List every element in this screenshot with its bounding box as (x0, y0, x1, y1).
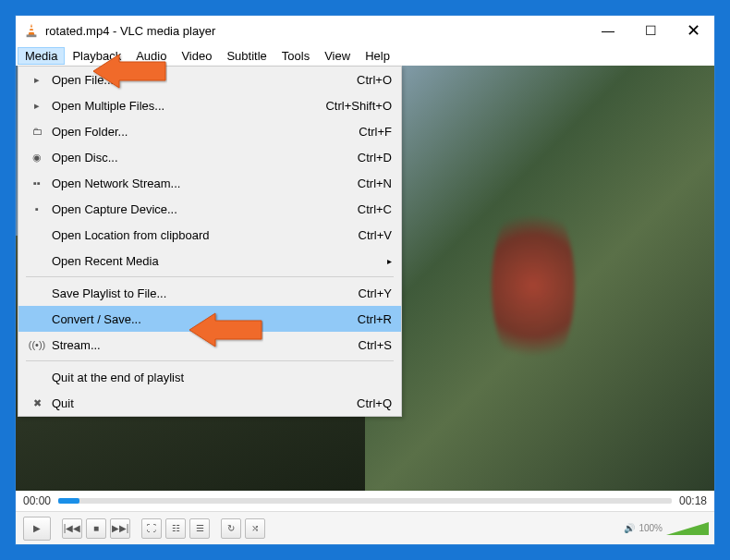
close-button[interactable]: ✕ (672, 16, 714, 45)
stream-icon: ((•)) (26, 339, 48, 350)
menu-item-shortcut: Ctrl+N (358, 177, 392, 190)
vlc-icon (23, 22, 40, 39)
window-title: rotated.mp4 - VLC media player (45, 24, 587, 38)
svg-rect-1 (29, 27, 33, 29)
disc-icon: ◉ (26, 152, 48, 164)
prev-button[interactable]: |◀◀ (62, 518, 82, 539)
menu-item-shortcut: Ctrl+F (359, 125, 392, 139)
svg-marker-4 (93, 55, 165, 88)
playlist-button[interactable]: ☰ (189, 518, 210, 539)
annotation-arrow-1 (93, 49, 167, 93)
menu-item-label: Quit (48, 396, 357, 410)
stop-button[interactable]: ■ (86, 518, 106, 539)
volume-slider[interactable] (666, 522, 709, 535)
app-window: rotated.mp4 - VLC media player — ☐ ✕ Med… (15, 15, 715, 545)
menu-tools[interactable]: Tools (274, 47, 317, 65)
svg-marker-5 (189, 313, 262, 347)
menu-item-open-folder[interactable]: 🗀Open Folder...Ctrl+F (18, 118, 401, 144)
menu-item-open-recent[interactable]: Open Recent Media▸ (18, 248, 401, 274)
title-bar: rotated.mp4 - VLC media player — ☐ ✕ (16, 16, 714, 45)
next-button[interactable]: ▶▶| (110, 518, 130, 539)
loop-button[interactable]: ↻ (221, 518, 241, 539)
folder-icon: 🗀 (26, 126, 48, 137)
minimize-button[interactable]: — (587, 16, 629, 45)
menu-separator (26, 360, 394, 361)
menu-item-label: Open Folder... (48, 125, 359, 139)
menu-item-label: Open Disc... (48, 151, 358, 164)
menu-help[interactable]: Help (358, 47, 397, 65)
time-bar: 00:00 00:18 (16, 491, 714, 511)
menu-item-label: Save Playlist to File... (48, 286, 359, 300)
control-bar: ▶ |◀◀ ■ ▶▶| ⛶ ☷ ☰ ↻ ⤭ 🔊 100% (16, 511, 714, 544)
menu-item-shortcut: Ctrl+V (359, 228, 392, 242)
play-icon: ▸ (26, 100, 48, 112)
menu-item-open-multiple[interactable]: ▸Open Multiple Files...Ctrl+Shift+O (18, 92, 401, 118)
menu-subtitle[interactable]: Subtitle (219, 47, 274, 65)
play-button[interactable]: ▶ (23, 517, 51, 541)
quit-icon: ✖ (26, 397, 48, 409)
volume-control[interactable]: 🔊 100% (624, 522, 709, 535)
menu-item-shortcut: Ctrl+D (358, 151, 392, 164)
fullscreen-button[interactable]: ⛶ (141, 518, 162, 539)
ext-settings-button[interactable]: ☷ (165, 518, 186, 539)
menu-item-quit[interactable]: ✖QuitCtrl+Q (18, 390, 401, 416)
annotation-arrow-2 (189, 308, 263, 352)
volume-percent: 100% (639, 523, 663, 533)
svg-rect-3 (27, 35, 37, 38)
menu-item-open-file[interactable]: ▸Open File...Ctrl+O (18, 67, 401, 92)
media-menu-dropdown: ▸Open File...Ctrl+O ▸Open Multiple Files… (18, 66, 402, 417)
seek-slider[interactable] (58, 498, 672, 504)
menu-item-shortcut: Ctrl+O (357, 73, 392, 87)
menu-item-shortcut: Ctrl+S (359, 338, 392, 352)
menu-item-shortcut: Ctrl+C (358, 202, 392, 216)
svg-rect-2 (29, 30, 35, 32)
menu-item-label: Quit at the end of playlist (48, 371, 392, 384)
speaker-icon: 🔊 (624, 523, 635, 533)
network-icon: ▪▪ (26, 177, 48, 189)
svg-marker-0 (28, 24, 34, 36)
menu-item-open-clipboard[interactable]: Open Location from clipboardCtrl+V (18, 222, 401, 248)
maximize-button[interactable]: ☐ (629, 16, 672, 45)
menu-item-open-network[interactable]: ▪▪Open Network Stream...Ctrl+N (18, 170, 401, 196)
menu-video[interactable]: Video (174, 47, 219, 65)
shuffle-button[interactable]: ⤭ (245, 518, 265, 539)
seek-progress (58, 498, 79, 504)
menu-separator (26, 276, 394, 277)
menu-item-save-playlist[interactable]: Save Playlist to File...Ctrl+Y (18, 280, 401, 306)
menu-item-shortcut: Ctrl+Shift+O (325, 99, 392, 113)
menu-media[interactable]: Media (18, 47, 65, 65)
submenu-arrow-icon: ▸ (387, 256, 392, 266)
time-current: 00:00 (23, 494, 51, 507)
play-icon: ▸ (26, 74, 48, 86)
capture-icon: ▪ (26, 203, 48, 214)
menu-item-label: Open Multiple Files... (48, 99, 325, 113)
menu-item-label: Open Capture Device... (48, 202, 358, 216)
time-total: 00:18 (679, 494, 707, 507)
window-controls: — ☐ ✕ (587, 16, 714, 45)
menu-item-open-disc[interactable]: ◉Open Disc...Ctrl+D (18, 144, 401, 170)
menu-item-label: Open Location from clipboard (48, 228, 359, 242)
menu-item-quit-end[interactable]: Quit at the end of playlist (18, 364, 401, 390)
menu-item-shortcut: Ctrl+Q (357, 396, 392, 410)
menu-view[interactable]: View (317, 47, 358, 65)
menu-item-label: Open Network Stream... (48, 177, 358, 190)
menu-item-open-capture[interactable]: ▪Open Capture Device...Ctrl+C (18, 196, 401, 222)
menu-item-label: Open Recent Media (48, 254, 392, 268)
menu-item-shortcut: Ctrl+Y (359, 286, 392, 300)
menu-item-shortcut: Ctrl+R (358, 312, 392, 326)
